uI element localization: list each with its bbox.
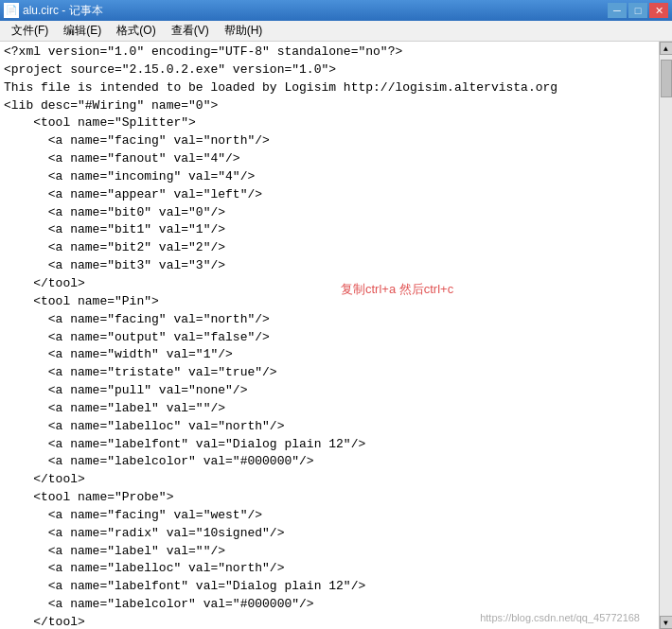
code-line-3: <lib desc="#Wiring" name="0"> <box>4 97 655 115</box>
code-line-2: This file is intended to be loaded by Lo… <box>4 79 655 97</box>
code-line-13: </tool> <box>4 275 655 293</box>
code-line-28: <a name="label" val=""/> <box>4 543 655 561</box>
code-line-12: <a name="bit3" val="3"/> <box>4 257 655 275</box>
code-line-8: <a name="appear" val="left"/> <box>4 186 655 204</box>
code-line-0: <?xml version="1.0" encoding="UTF-8" sta… <box>4 44 655 61</box>
code-line-19: <a name="pull" val="none"/> <box>4 382 655 400</box>
app-icon: 📄 <box>4 3 19 18</box>
code-line-18: <a name="tristate" val="true"/> <box>4 364 655 382</box>
menu-item-格式(O)[interactable]: 格式(O) <box>109 21 163 41</box>
watermark: https://blog.csdn.net/qq_45772168 <box>480 612 640 623</box>
close-button[interactable]: ✕ <box>649 3 668 18</box>
scroll-down-button[interactable]: ▼ <box>660 616 673 629</box>
code-line-30: <a name="labelfont" val="Dialog plain 12… <box>4 578 655 596</box>
editor-content[interactable]: <?xml version="1.0" encoding="UTF-8" sta… <box>0 42 659 629</box>
title-bar-left: 📄 alu.circ - 记事本 <box>4 3 103 19</box>
code-line-4: <tool name="Splitter"> <box>4 114 655 132</box>
menu-item-帮助(H)[interactable]: 帮助(H) <box>217 21 271 41</box>
code-line-14: <tool name="Pin"> <box>4 293 655 311</box>
code-line-16: <a name="output" val="false"/> <box>4 329 655 347</box>
code-line-11: <a name="bit2" val="2"/> <box>4 239 655 257</box>
menu-item-编辑(E)[interactable]: 编辑(E) <box>56 21 109 41</box>
annotation-text: 复制ctrl+a 然后ctrl+c <box>341 281 453 298</box>
minimize-button[interactable]: ─ <box>608 3 627 18</box>
window-title: alu.circ - 记事本 <box>23 3 103 19</box>
code-line-21: <a name="labelloc" val="north"/> <box>4 418 655 436</box>
code-line-25: <tool name="Probe"> <box>4 489 655 507</box>
code-line-7: <a name="incoming" val="4"/> <box>4 168 655 186</box>
menu-item-查看(V)[interactable]: 查看(V) <box>164 21 217 41</box>
code-line-27: <a name="radix" val="10signed"/> <box>4 525 655 543</box>
code-line-22: <a name="labelfont" val="Dialog plain 12… <box>4 436 655 454</box>
code-line-17: <a name="width" val="1"/> <box>4 346 655 364</box>
menu-bar: 文件(F)编辑(E)格式(O)查看(V)帮助(H) <box>0 21 672 42</box>
code-line-1: <project source="2.15.0.2.exe" version="… <box>4 61 655 79</box>
scrollbar[interactable]: ▲ ▼ <box>659 42 672 629</box>
code-line-15: <a name="facing" val="north"/> <box>4 311 655 329</box>
code-line-20: <a name="label" val=""/> <box>4 400 655 418</box>
scroll-up-button[interactable]: ▲ <box>660 42 673 55</box>
maximize-button[interactable]: □ <box>628 3 647 18</box>
scroll-track[interactable] <box>660 55 673 616</box>
editor-area: <?xml version="1.0" encoding="UTF-8" sta… <box>0 42 672 629</box>
code-line-6: <a name="fanout" val="4"/> <box>4 150 655 168</box>
menu-item-文件(F)[interactable]: 文件(F) <box>4 21 56 41</box>
code-line-24: </tool> <box>4 471 655 489</box>
code-line-9: <a name="bit0" val="0"/> <box>4 204 655 222</box>
code-line-26: <a name="facing" val="west"/> <box>4 507 655 525</box>
code-line-10: <a name="bit1" val="1"/> <box>4 221 655 239</box>
code-line-29: <a name="labelloc" val="north"/> <box>4 560 655 578</box>
title-bar: 📄 alu.circ - 记事本 ─ □ ✕ <box>0 0 672 21</box>
code-line-23: <a name="labelcolor" val="#000000"/> <box>4 453 655 471</box>
scroll-thumb[interactable] <box>661 60 672 97</box>
window-controls: ─ □ ✕ <box>608 3 668 18</box>
code-line-5: <a name="facing" val="north"/> <box>4 132 655 150</box>
